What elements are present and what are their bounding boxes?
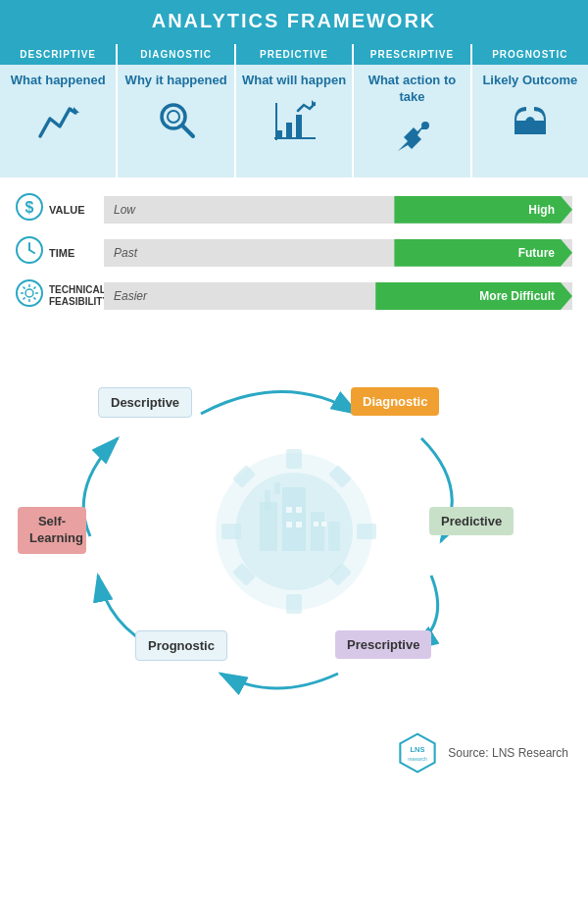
svg-rect-34 [357, 524, 376, 539]
metric-row-feasibility: TECHNICAL FEASIBILITY Easier More Diffic… [16, 279, 572, 313]
metric-row-value: $ VALUE Low High [16, 193, 572, 226]
col-header-prognostic: PROGNOSTIC [472, 44, 588, 65]
col-header-prescriptive: PRESCRIPTIVE [354, 44, 469, 65]
lns-logo: LNS research [397, 732, 438, 774]
col-icon-predictive [272, 93, 316, 161]
svg-rect-48 [296, 522, 302, 527]
clock-icon [16, 236, 43, 270]
svg-rect-49 [314, 522, 318, 526]
time-fill: Future [394, 239, 572, 267]
time-start: Past [114, 246, 137, 260]
col-prognostic: PROGNOSTIC Likely Outcome [472, 44, 588, 177]
svg-rect-44 [274, 482, 280, 494]
svg-rect-12 [527, 119, 533, 130]
col-predictive: PREDICTIVE What will happen [236, 44, 354, 177]
cycle-container: Descriptive Diagnostic Predictive Prescr… [0, 340, 588, 723]
cycle-node-diagnostic: Diagnostic [351, 387, 439, 416]
col-diagnostic: DIAGNOSTIC Why it happened [118, 44, 235, 177]
svg-text:research: research [408, 757, 427, 763]
svg-point-30 [235, 473, 353, 590]
metric-label-time-text: TIME [49, 247, 74, 259]
svg-rect-41 [311, 512, 324, 551]
cycle-node-prescriptive: Prescriptive [335, 630, 431, 659]
svg-rect-39 [260, 502, 277, 551]
metric-label-value: $ VALUE [16, 193, 104, 226]
svg-text:LNS: LNS [411, 745, 425, 754]
col-icon-prognostic [509, 93, 552, 161]
gear-icon [16, 279, 43, 313]
svg-point-19 [17, 280, 42, 306]
svg-point-20 [25, 289, 33, 297]
value-start: Low [114, 203, 135, 217]
svg-rect-47 [286, 522, 292, 527]
col-header-diagnostic: DIAGNOSTIC [118, 44, 233, 65]
svg-rect-42 [328, 522, 340, 551]
feasibility-bar: Easier More Difficult [104, 282, 572, 310]
svg-rect-31 [286, 449, 302, 469]
svg-line-27 [33, 286, 35, 288]
value-bar: Low High [104, 196, 572, 224]
col-text-prognostic: Likely Outcome [477, 65, 582, 93]
col-text-diagnostic: Why it happened [121, 65, 232, 93]
feasibility-fill: More Difficult [375, 282, 572, 310]
svg-line-2 [182, 125, 193, 136]
svg-point-3 [168, 111, 179, 123]
metric-label-time: TIME [16, 236, 104, 270]
metric-label-feasibility-text: TECHNICAL FEASIBILITY [49, 284, 109, 308]
col-icon-prescriptive [390, 110, 433, 177]
svg-rect-50 [321, 522, 326, 526]
svg-rect-46 [296, 507, 302, 513]
svg-rect-37 [232, 563, 256, 586]
svg-rect-5 [286, 123, 292, 138]
col-icon-descriptive [36, 93, 79, 161]
col-prescriptive: PRESCRIPTIVE What action to take [354, 44, 471, 177]
metric-label-feasibility: TECHNICAL FEASIBILITY [16, 279, 104, 313]
cycle-node-predictive: Predictive [429, 507, 514, 535]
feasibility-start: Easier [114, 289, 147, 303]
svg-rect-6 [296, 115, 302, 138]
col-header-predictive: PREDICTIVE [236, 44, 352, 65]
source-text: Source: LNS Research [448, 746, 568, 760]
svg-line-26 [33, 297, 35, 299]
value-end: High [528, 203, 555, 217]
framework-table: DESCRIPTIVE What happened DIAGNOSTIC Why… [0, 42, 588, 177]
time-bar: Past Future [104, 239, 572, 267]
col-text-descriptive: What happened [6, 65, 111, 93]
cycle-node-self-learning: Self-Learning [18, 507, 86, 554]
svg-line-18 [29, 250, 34, 253]
svg-rect-45 [286, 507, 292, 513]
svg-rect-13 [536, 123, 542, 130]
feasibility-end: More Difficult [479, 289, 555, 303]
svg-rect-40 [282, 487, 306, 551]
svg-point-10 [421, 122, 429, 129]
col-icon-diagnostic [156, 93, 197, 159]
svg-line-25 [24, 286, 25, 288]
metric-row-time: TIME Past Future [16, 236, 572, 270]
svg-text:$: $ [25, 199, 34, 216]
col-descriptive: DESCRIPTIVE What happened [0, 44, 118, 177]
metric-label-value-text: VALUE [49, 204, 84, 216]
svg-rect-32 [286, 594, 302, 614]
svg-line-28 [24, 297, 25, 299]
svg-rect-35 [232, 465, 256, 488]
time-end: Future [518, 246, 555, 260]
cycle-node-prognostic: Prognostic [135, 630, 227, 661]
cycle-node-descriptive: Descriptive [98, 387, 192, 418]
value-fill: High [394, 196, 572, 224]
svg-rect-36 [328, 563, 352, 586]
page-title: ANALYTICS FRAMEWORK [0, 0, 588, 42]
footer: LNS research Source: LNS Research [0, 723, 588, 783]
col-header-descriptive: DESCRIPTIVE [0, 44, 116, 65]
svg-point-29 [216, 453, 372, 610]
svg-rect-38 [328, 465, 352, 488]
col-text-predictive: What will happen [237, 65, 351, 93]
svg-rect-11 [518, 123, 524, 130]
metrics-section: $ VALUE Low High TIME Past [0, 181, 588, 330]
svg-rect-43 [265, 490, 270, 510]
svg-rect-33 [221, 524, 241, 539]
dollar-icon: $ [16, 193, 43, 226]
cycle-section: Descriptive Diagnostic Predictive Prescr… [0, 330, 588, 723]
col-text-prescriptive: What action to take [354, 65, 469, 110]
